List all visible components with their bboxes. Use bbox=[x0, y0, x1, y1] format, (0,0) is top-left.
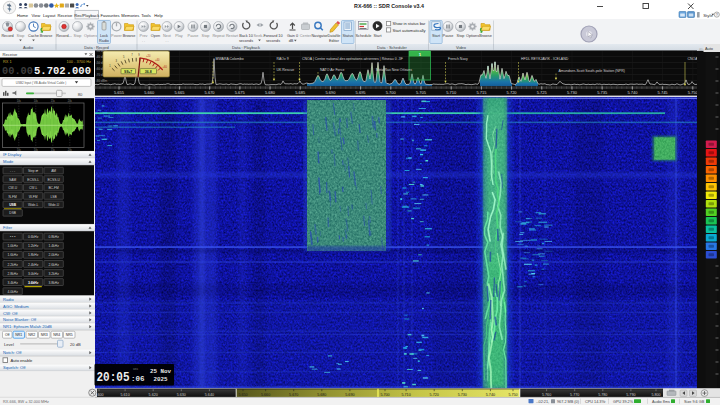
svg-text:UK Rescue: UK Rescue bbox=[277, 68, 295, 72]
svg-text:BC-FM: BC-FM bbox=[48, 186, 59, 190]
svg-text:Status: Status bbox=[342, 34, 353, 38]
svg-text:Stop: Stop bbox=[457, 34, 465, 38]
svg-text:5.720: 5.720 bbox=[507, 90, 518, 95]
svg-text:Editor: Editor bbox=[329, 39, 340, 43]
svg-text:20 dB: 20 dB bbox=[70, 342, 81, 347]
svg-text:3.4kHz: 3.4kHz bbox=[8, 281, 19, 285]
svg-text:Squelch: Off: Squelch: Off bbox=[3, 365, 26, 370]
svg-text:. .: . . bbox=[165, 39, 168, 43]
svg-text:967.2 MB (0): 967.2 MB (0) bbox=[557, 400, 580, 404]
svg-text:N-FM: N-FM bbox=[9, 195, 17, 199]
svg-text:?: ? bbox=[716, 13, 718, 17]
svg-text:Browse: Browse bbox=[479, 34, 492, 38]
svg-text:Rec/Playback: Rec/Playback bbox=[74, 13, 100, 18]
svg-text:NR2: NR2 bbox=[28, 333, 35, 337]
svg-text:Filter: Filter bbox=[3, 225, 13, 230]
svg-text:↕: ↕ bbox=[604, 400, 606, 404]
svg-text:1.4kHz: 1.4kHz bbox=[49, 244, 60, 248]
svg-text:2.6kHz: 2.6kHz bbox=[49, 263, 60, 267]
svg-text:RAOv 9: RAOv 9 bbox=[277, 57, 289, 61]
svg-text:5.800: 5.800 bbox=[651, 393, 660, 397]
svg-text:Wide-L: Wide-L bbox=[28, 203, 39, 207]
svg-text:10s: 10s bbox=[17, 148, 22, 152]
svg-text:Stop: Stop bbox=[17, 34, 25, 38]
svg-text:2.4kHz: 2.4kHz bbox=[28, 263, 39, 267]
svg-text:Browse: Browse bbox=[123, 34, 136, 38]
svg-text:NR3: NR3 bbox=[41, 333, 48, 337]
svg-text:Amundsen-Scott South-pole Stat: Amundsen-Scott South-pole Station (NPR) bbox=[559, 69, 625, 73]
svg-text:Pause: Pause bbox=[188, 34, 199, 38]
svg-text:Repeat: Repeat bbox=[212, 34, 225, 38]
svg-text:5.655: 5.655 bbox=[114, 90, 125, 95]
svg-text:NR1: Ephraim Malah 20dB: NR1: Ephraim Malah 20dB bbox=[3, 324, 52, 329]
svg-text:3.6kHz: 3.6kHz bbox=[28, 281, 39, 285]
svg-text:Help: Help bbox=[154, 13, 163, 18]
svg-text:Favourites: Favourites bbox=[100, 13, 119, 18]
svg-text:Power: Power bbox=[111, 34, 122, 38]
svg-text:5.640: 5.640 bbox=[205, 393, 214, 397]
svg-text:20s: 20s bbox=[68, 148, 73, 152]
svg-text:10s: 10s bbox=[34, 148, 39, 152]
svg-text:Style: Style bbox=[703, 13, 713, 18]
svg-text:1.8kHz: 1.8kHz bbox=[28, 253, 39, 257]
svg-text:CNOA | Centre national des opé: CNOA | Centre national des opérations aé… bbox=[302, 57, 403, 61]
svg-text:--02:21,: --02:21, bbox=[536, 400, 549, 404]
svg-text:- - -: - - - bbox=[10, 169, 15, 173]
svg-text:Receive: Receive bbox=[3, 52, 19, 57]
svg-text:5.700: 5.700 bbox=[386, 90, 397, 95]
svg-text:5.675: 5.675 bbox=[235, 90, 246, 95]
svg-text:00.00: 00.00 bbox=[2, 65, 33, 77]
svg-text:Radio: Radio bbox=[99, 39, 109, 43]
svg-text:Data : Playback: Data : Playback bbox=[232, 45, 260, 50]
svg-text:RX-666 :: SDR Console v3.4: RX-666 :: SDR Console v3.4 bbox=[354, 3, 424, 9]
svg-text:Auto: Auto bbox=[705, 46, 713, 51]
svg-text:USB2 Input ( VB-Audio Virtual: USB2 Input ( VB-Audio Virtual Cable ) bbox=[16, 81, 66, 85]
svg-text:NR5: NR5 bbox=[66, 333, 73, 337]
svg-text:Start: Start bbox=[373, 34, 382, 38]
svg-text:5.610: 5.610 bbox=[120, 393, 129, 397]
svg-text:Home: Home bbox=[17, 13, 29, 18]
svg-text:10s: 10s bbox=[17, 99, 22, 103]
svg-text:20s: 20s bbox=[68, 99, 73, 103]
svg-text:5.690: 5.690 bbox=[345, 393, 354, 397]
svg-text:Off: Off bbox=[5, 333, 10, 337]
svg-text:Navigator: Navigator bbox=[311, 34, 328, 38]
svg-text:W-FM: W-FM bbox=[29, 195, 38, 199]
svg-text:NR1: NR1 bbox=[15, 333, 22, 337]
svg-text:5.750: 5.750 bbox=[688, 90, 699, 95]
svg-text:5.620: 5.620 bbox=[149, 393, 158, 397]
svg-text:seconds: seconds bbox=[266, 39, 280, 43]
svg-text:5.705: 5.705 bbox=[416, 90, 427, 95]
svg-text:Mode: Mode bbox=[3, 159, 14, 164]
svg-text:GPU 39.2%: GPU 39.2% bbox=[613, 400, 634, 404]
svg-text:SAM: SAM bbox=[9, 178, 16, 182]
svg-text:+60: +60 bbox=[163, 65, 168, 69]
svg-text:5.730: 5.730 bbox=[567, 90, 578, 95]
svg-text:3.8kHz: 3.8kHz bbox=[49, 281, 60, 285]
svg-text:5.630: 5.630 bbox=[177, 393, 186, 397]
svg-text:5.680: 5.680 bbox=[317, 393, 326, 397]
svg-text:AGC: Medium: AGC: Medium bbox=[3, 304, 29, 309]
svg-text:3.2kHz: 3.2kHz bbox=[49, 272, 60, 276]
svg-text:2025: 2025 bbox=[154, 376, 168, 383]
svg-text:Center: Center bbox=[300, 34, 312, 38]
svg-text:NATO Air Force: NATO Air Force bbox=[320, 68, 344, 72]
svg-text:5.760: 5.760 bbox=[542, 393, 551, 397]
svg-text:+20: +20 bbox=[146, 54, 151, 58]
svg-text:CW-L: CW-L bbox=[29, 186, 38, 190]
svg-text:Gain 0: Gain 0 bbox=[287, 34, 298, 38]
svg-text:5.700: 5.700 bbox=[380, 393, 389, 397]
svg-text:Forward 10: Forward 10 bbox=[263, 34, 282, 38]
svg-text:10s: 10s bbox=[34, 99, 39, 103]
svg-text:5.702.000: 5.702.000 bbox=[34, 65, 91, 77]
svg-text:Tools: Tools bbox=[141, 13, 151, 18]
svg-text:36.8: 36.8 bbox=[145, 70, 152, 74]
svg-text:Noise Blanker: Off: Noise Blanker: Off bbox=[3, 317, 37, 322]
svg-text:5.650: 5.650 bbox=[238, 393, 247, 397]
svg-text:4.0kHz: 4.0kHz bbox=[8, 290, 19, 294]
svg-text:-80 dBm: -80 dBm bbox=[96, 79, 108, 83]
svg-text:CW-U: CW-U bbox=[8, 186, 18, 190]
svg-text:CW: Off: CW: Off bbox=[3, 311, 18, 316]
svg-text:RX-666, BW = 32.000 MHz: RX-666, BW = 32.000 MHz bbox=[3, 400, 49, 404]
svg-text:Open: Open bbox=[151, 34, 160, 38]
